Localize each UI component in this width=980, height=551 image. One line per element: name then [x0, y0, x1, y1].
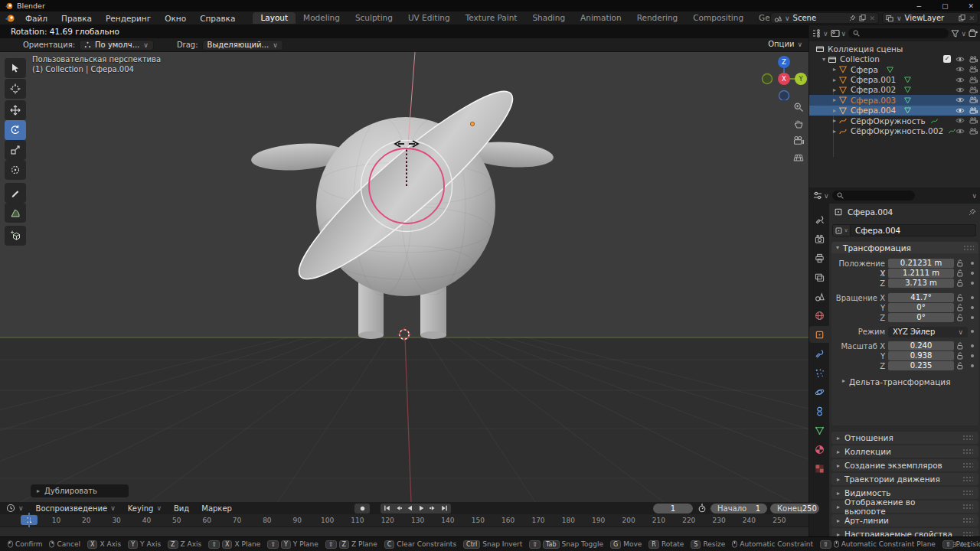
- jump-to-end-button[interactable]: [440, 504, 449, 512]
- panel-grip-icon[interactable]: [962, 435, 973, 441]
- view-layer-selector[interactable]: ∨ ViewLayer ✕: [882, 12, 978, 24]
- menu-playback[interactable]: Воспроизведение ∨: [30, 504, 122, 513]
- tool-select-box-button[interactable]: [5, 58, 26, 78]
- panel-grip-icon[interactable]: [962, 462, 973, 468]
- frame-start-field[interactable]: Начало 1: [710, 504, 767, 514]
- tab-material-icon[interactable]: [809, 441, 829, 458]
- disclosure-closed-icon[interactable]: ▸: [831, 96, 838, 103]
- editor-type-dropdown[interactable]: ∨: [812, 29, 828, 37]
- tool-measure-button[interactable]: [5, 203, 26, 223]
- 3d-viewport[interactable]: Rotation: 41.69 глобально Ориентация: По…: [0, 25, 808, 502]
- disclosure-closed-icon[interactable]: ▸: [831, 66, 838, 73]
- display-mode-dropdown[interactable]: ∨: [831, 29, 847, 37]
- transform-panel-header[interactable]: ▾ Трансформация: [831, 242, 978, 253]
- tool-add-cube-button[interactable]: [5, 226, 26, 246]
- section-collections[interactable]: ▸ Коллекции: [831, 445, 978, 458]
- axis-minus-z-ball[interactable]: [779, 91, 789, 101]
- editor-type-dropdown[interactable]: ∨: [813, 191, 829, 200]
- disclosure-closed-icon[interactable]: ▸: [831, 77, 838, 83]
- object-name-field[interactable]: ∨ Сфера.004: [832, 224, 976, 236]
- tab-object-icon[interactable]: [809, 326, 829, 343]
- location-x-input[interactable]: 0.21231 m: [888, 259, 954, 268]
- tool-transform-button[interactable]: [5, 160, 26, 180]
- menu-marker[interactable]: Маркер: [195, 504, 238, 513]
- timeline-track-area[interactable]: [0, 527, 808, 536]
- minimize-button[interactable]: −: [916, 2, 922, 10]
- outliner-object-row[interactable]: ▸ Сфера.002: [809, 85, 980, 95]
- tab-rendering[interactable]: Rendering: [629, 12, 686, 24]
- navigation-axis-gizmo[interactable]: Z X Y: [759, 53, 808, 100]
- animate-dot-icon[interactable]: [971, 296, 974, 299]
- tab-physics-icon[interactable]: [809, 383, 829, 400]
- tool-move-button[interactable]: [5, 100, 26, 120]
- tab-uv-editing[interactable]: UV Editing: [400, 12, 458, 24]
- frame-end-field[interactable]: Конец 250: [770, 504, 819, 514]
- eye-icon[interactable]: [956, 77, 965, 83]
- disclosure-closed-icon[interactable]: ▸: [831, 128, 838, 135]
- panel-grip-icon[interactable]: [962, 448, 973, 455]
- location-z-input[interactable]: 3.713 m: [888, 279, 954, 288]
- outliner-object-row[interactable]: ▸ Сфера: [809, 64, 980, 74]
- timeline-editor-type-dropdown[interactable]: ∨: [0, 504, 30, 513]
- eye-icon[interactable]: [956, 86, 965, 93]
- options-dropdown[interactable]: Опции ∨: [768, 40, 802, 48]
- axis-minus-y-ball[interactable]: [763, 74, 773, 84]
- tab-modifiers-icon[interactable]: [809, 345, 829, 362]
- eye-icon[interactable]: [956, 56, 965, 63]
- panel-grip-icon[interactable]: [962, 476, 973, 482]
- section-viewport-display[interactable]: ▸ Отображение во вьюпорте: [831, 500, 978, 513]
- disclosure-closed-icon[interactable]: ▸: [831, 86, 838, 93]
- eye-icon[interactable]: [956, 128, 965, 135]
- drag-dropdown[interactable]: Выделяющий... ∨: [202, 40, 283, 51]
- tab-shading[interactable]: Shading: [524, 12, 573, 24]
- tab-sculpting[interactable]: Sculpting: [348, 12, 400, 24]
- camera-restrict-icon[interactable]: [969, 107, 978, 114]
- lock-icon[interactable]: [957, 279, 963, 287]
- eye-icon[interactable]: [956, 107, 965, 114]
- scene-collection-row[interactable]: Коллекция сцены: [809, 44, 980, 54]
- animate-dot-icon[interactable]: [971, 316, 974, 319]
- tab-world-icon[interactable]: [809, 307, 829, 324]
- menu-view[interactable]: Вид: [168, 504, 195, 513]
- scene-selector[interactable]: ∨ Scene ✕: [770, 12, 879, 24]
- disclosure-open-icon[interactable]: ▾: [820, 56, 828, 63]
- lock-icon[interactable]: [957, 362, 963, 370]
- tool-cursor-button[interactable]: [5, 79, 26, 99]
- animate-dot-icon[interactable]: [971, 272, 974, 275]
- camera-restrict-icon[interactable]: [969, 56, 978, 63]
- 3d-scene[interactable]: [0, 52, 808, 502]
- animate-dot-icon[interactable]: [971, 306, 974, 309]
- menu-edit[interactable]: Правка: [54, 14, 99, 23]
- eye-icon[interactable]: [956, 66, 965, 73]
- tab-compositing[interactable]: Compositing: [685, 12, 751, 24]
- rotation-x-input[interactable]: 41.7°: [888, 293, 954, 302]
- panel-grip-icon[interactable]: [962, 517, 973, 523]
- perspective-toggle-icon[interactable]: [791, 150, 806, 165]
- breadcrumb-object-name[interactable]: Сфера.004: [848, 207, 893, 217]
- tab-view-layer-icon[interactable]: [809, 269, 829, 285]
- chevron-down-icon[interactable]: ∨: [972, 192, 977, 200]
- menu-window[interactable]: Окно: [158, 14, 193, 23]
- camera-restrict-icon[interactable]: [969, 117, 978, 124]
- outliner-object-row[interactable]: ▸ СёрфОкружность: [809, 116, 980, 126]
- remove-view-layer-icon[interactable]: ✕: [969, 15, 975, 22]
- tab-output-icon[interactable]: [809, 249, 829, 266]
- menu-file[interactable]: Файл: [18, 14, 54, 23]
- orientation-dropdown[interactable]: По умолч... ∨: [79, 40, 154, 51]
- outliner-object-row[interactable]: ▸ Сфера.001: [809, 74, 980, 84]
- filter-dropdown[interactable]: ∨: [951, 30, 966, 37]
- redo-panel[interactable]: ▸ Дублировать: [31, 484, 129, 497]
- animate-dot-icon[interactable]: [971, 262, 974, 265]
- next-keyframe-button[interactable]: [429, 504, 437, 512]
- panel-grip-icon[interactable]: [962, 490, 973, 496]
- delta-transform-subpanel[interactable]: ▸ Дельта-трансформация: [842, 377, 950, 386]
- new-view-layer-icon[interactable]: [959, 15, 965, 21]
- scale-z-input[interactable]: 0.235: [888, 361, 954, 370]
- unlink-scene-icon[interactable]: ✕: [869, 15, 875, 22]
- camera-restrict-icon[interactable]: [969, 86, 978, 93]
- lock-icon[interactable]: [957, 259, 963, 267]
- tab-scene-icon[interactable]: [809, 288, 829, 305]
- eye-icon[interactable]: [956, 96, 965, 103]
- lock-icon[interactable]: [957, 294, 963, 302]
- menu-help[interactable]: Справка: [193, 14, 242, 23]
